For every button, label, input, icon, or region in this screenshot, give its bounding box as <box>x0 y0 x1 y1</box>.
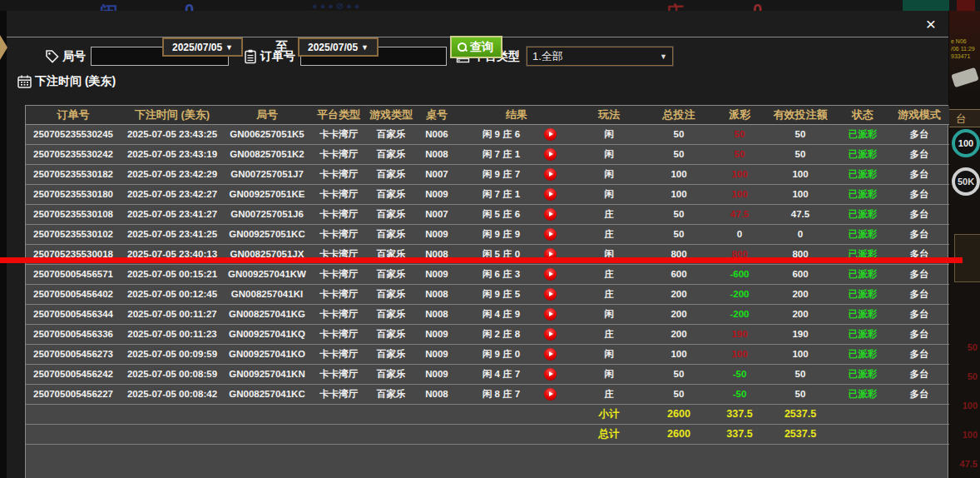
result-cell: 闲 2 庄 8 <box>458 324 575 344</box>
records-table-zone: 订单号 下注时间 (美东) 局号 平台类型 游戏类型 桌号 结果 玩法 总投注 … <box>25 105 948 478</box>
play-video-icon[interactable] <box>544 228 557 241</box>
play-video-icon[interactable] <box>544 348 557 361</box>
col-round: 局号 <box>224 106 310 124</box>
status-cell: 已派彩 <box>836 304 889 324</box>
platform-cell: 卡卡湾厅 <box>310 324 367 344</box>
play-video-icon[interactable] <box>544 308 557 321</box>
platform-select[interactable]: 1.全部 ▼ <box>527 47 673 66</box>
payout-cell: 100 <box>715 344 765 364</box>
payout-cell: -50 <box>715 384 765 404</box>
time-cell: 2025-07-05 23:43:25 <box>121 124 224 144</box>
total-cell: 50 <box>643 204 715 224</box>
round-cell: GN009257041KO <box>224 344 310 364</box>
play-video-icon[interactable] <box>544 168 557 181</box>
close-icon[interactable]: × <box>921 13 941 35</box>
bg-amount: 100 <box>963 430 978 440</box>
total-cell: 100 <box>643 344 715 364</box>
order-cell: 250705005456571 <box>26 264 121 284</box>
play-video-icon[interactable] <box>544 328 557 341</box>
bg-amount: 100 <box>963 401 978 411</box>
mode-cell: 多台 <box>889 324 949 344</box>
subtotal-total-bet: 2600 <box>643 404 715 424</box>
bet-on-cell: 闲 <box>575 124 643 144</box>
chevron-down-icon: ▼ <box>361 43 369 52</box>
table-cell: N008 <box>415 384 458 404</box>
play-video-icon[interactable] <box>544 208 557 221</box>
result-text: 闲 4 庄 7 <box>458 368 544 381</box>
play-video-icon[interactable] <box>544 368 557 381</box>
play-video-icon[interactable] <box>544 148 557 161</box>
valid-cell: 47.5 <box>765 204 836 224</box>
table-row: 2507050054562732025-07-05 00:09:59GN0092… <box>26 344 949 364</box>
date-from-picker[interactable]: 2025/07/05 ▼ <box>162 37 243 57</box>
status-cell: 已派彩 <box>836 144 889 164</box>
table-row: 2507052355301822025-07-05 23:42:29GN0072… <box>26 164 949 184</box>
play-video-icon[interactable] <box>544 188 557 201</box>
round-cell: GN007257051J7 <box>224 164 310 184</box>
order-cell: 250705005456336 <box>26 324 121 344</box>
col-table-no: 桌号 <box>415 106 458 124</box>
play-video-icon[interactable] <box>544 288 557 301</box>
bet-time-label: 下注时间 (美东) <box>35 74 116 89</box>
table-row: 2507052355301022025-07-05 23:41:25GN0092… <box>26 224 949 244</box>
bet-on-cell: 闲 <box>575 144 643 164</box>
mode-cell: 多台 <box>889 144 949 164</box>
game-cell: 百家乐 <box>367 124 415 144</box>
play-video-icon[interactable] <box>544 268 557 281</box>
grand-total-label: 总计 <box>575 424 643 444</box>
date-to-value: 2025/07/05 <box>308 42 358 53</box>
subtotal-row: 小计 2600 337.5 2537.5 <box>26 404 949 424</box>
col-payout: 派彩 <box>715 106 765 124</box>
time-cell: 2025-07-05 00:11:23 <box>121 324 224 344</box>
payout-cell: 47.5 <box>715 204 765 224</box>
total-cell: 200 <box>643 304 715 324</box>
calendar-icon <box>17 75 32 88</box>
col-platform: 平台类型 <box>310 106 367 124</box>
table-header-row: 订单号 下注时间 (美东) 局号 平台类型 游戏类型 桌号 结果 玩法 总投注 … <box>26 106 949 124</box>
platform-cell: 卡卡湾厅 <box>310 144 367 164</box>
order-cell: 250705235530242 <box>26 144 121 164</box>
status-cell: 已派彩 <box>836 164 889 184</box>
mode-cell: 多台 <box>889 384 949 404</box>
payout-cell: 100 <box>715 184 765 204</box>
round-cell: GN008257051K2 <box>224 144 310 164</box>
platform-cell: 卡卡湾厅 <box>310 224 367 244</box>
bet-on-cell: 闲 <box>575 184 643 204</box>
game-cell: 百家乐 <box>367 184 415 204</box>
payout-cell: -600 <box>715 264 765 284</box>
bg-bead-road: ●●●⊘●● <box>312 1 362 11</box>
bet-on-cell: 庄 <box>575 324 643 344</box>
time-cell: 2025-07-05 00:08:42 <box>121 384 224 404</box>
red-divider-line <box>0 257 963 263</box>
search-button[interactable]: 查询 <box>450 36 502 58</box>
round-label: 局号 <box>62 49 86 64</box>
result-text: 闲 9 庄 7 <box>458 168 544 181</box>
bg-info-line: /06 11:29 <box>951 45 975 52</box>
bet-time-filter: 下注时间 (美东) <box>17 74 116 89</box>
result-cell: 闲 8 庄 7 <box>458 384 575 404</box>
valid-cell: 100 <box>765 164 836 184</box>
table-cell: N009 <box>415 264 458 284</box>
date-to-picker[interactable]: 2025/07/05 ▼ <box>298 37 379 57</box>
result-cell: 闲 4 庄 7 <box>458 364 575 384</box>
payout-cell: 100 <box>715 164 765 184</box>
bet-on-cell: 闲 <box>575 164 643 184</box>
bg-banker-label: 庄 <box>666 1 684 11</box>
valid-cell: 0 <box>765 224 836 244</box>
table-cell: N007 <box>415 164 458 184</box>
filter-bar: 局号 订单号 平台类型 1.全部 ▼ 下注时间 (美东) <box>7 37 948 105</box>
col-result: 结果 <box>458 106 575 124</box>
table-cell: N009 <box>415 324 458 344</box>
valid-cell: 100 <box>765 184 836 204</box>
table-row: 2507050054564022025-07-05 00:12:45GN0082… <box>26 284 949 304</box>
background-game-topbar: 闲 0 ●●●⊘●● 庄 0 <box>0 0 980 11</box>
panel-handle-arrow-icon[interactable] <box>0 35 7 60</box>
platform-cell: 卡卡湾厅 <box>310 304 367 324</box>
play-video-icon[interactable] <box>544 388 557 401</box>
play-video-icon[interactable] <box>544 128 557 141</box>
grand-total-row: 总计 2600 337.5 2537.5 <box>26 424 949 444</box>
total-cell: 50 <box>643 144 715 164</box>
game-cell: 百家乐 <box>367 364 415 384</box>
bg-player-label: 闲 <box>100 1 118 11</box>
round-cell: GN006257051K5 <box>224 124 310 144</box>
